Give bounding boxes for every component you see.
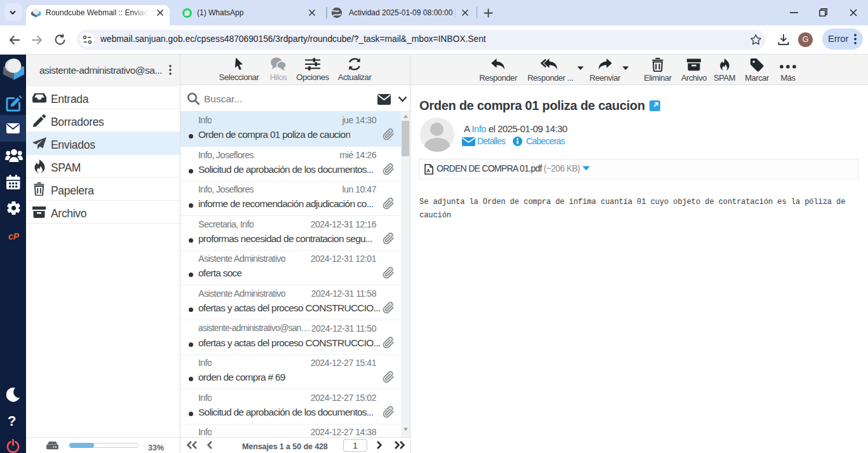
- svg-text:A: A: [426, 168, 430, 173]
